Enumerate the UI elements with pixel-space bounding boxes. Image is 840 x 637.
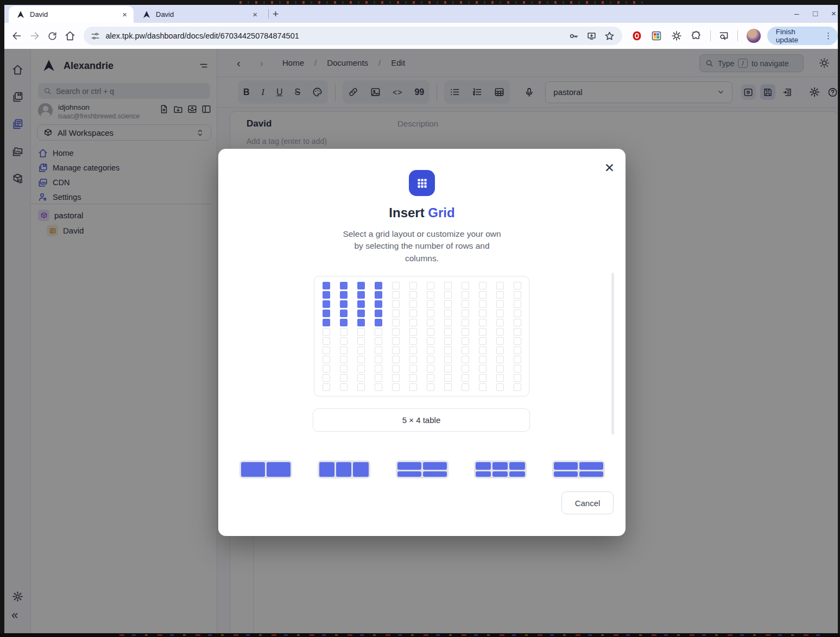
grid-cell[interactable] [375,356,382,363]
grid-cell[interactable] [462,282,469,289]
tab-close-icon[interactable]: × [252,10,257,19]
grid-cell[interactable] [409,337,417,345]
grid-cell[interactable] [409,374,417,382]
grid-cell[interactable] [357,282,365,289]
install-icon[interactable] [586,31,597,41]
grid-cell[interactable] [462,374,469,382]
grid-cell[interactable] [409,346,417,354]
grid-cell[interactable] [375,383,382,391]
grid-cell[interactable] [479,319,487,326]
grid-cell[interactable] [462,365,469,373]
grid-cell[interactable] [323,310,330,317]
grid-cell[interactable] [340,282,348,289]
grid-cell[interactable] [444,282,452,289]
grid-cell[interactable] [496,300,504,308]
grid-cell[interactable] [514,337,521,345]
grid-cell[interactable] [479,346,487,354]
grid-cell[interactable] [340,374,348,382]
grid-cell[interactable] [375,346,382,354]
grid-cell[interactable] [496,328,504,336]
profile-avatar[interactable] [747,29,761,43]
grid-cell[interactable] [444,383,452,391]
window-close-button[interactable]: × [831,9,836,18]
grid-cell[interactable] [375,319,382,326]
grid-cell[interactable] [323,319,330,326]
grid-cell[interactable] [340,365,348,373]
grid-cell[interactable] [392,328,400,336]
settings-extension-icon[interactable] [671,30,682,41]
grid-cell[interactable] [427,310,434,317]
grid-cell[interactable] [323,383,330,391]
grid-cell[interactable] [496,291,504,299]
url-bar[interactable]: alex.tpk.pw/dashboard/docs/edit/67034425… [84,27,622,45]
grid-cell[interactable] [427,346,434,354]
grid-cell[interactable] [340,346,348,354]
grid-cell[interactable] [427,328,434,336]
grid-cell[interactable] [357,383,365,391]
grid-cell[interactable] [479,310,487,317]
grid-cell[interactable] [357,328,365,336]
grid-cell[interactable] [462,383,469,391]
grid-cell[interactable] [323,365,330,373]
grid-cell[interactable] [392,310,400,317]
grid-cell[interactable] [444,365,452,373]
grid-cell[interactable] [375,374,382,382]
grid-cell[interactable] [409,291,417,299]
grid-cell[interactable] [340,310,348,317]
grid-cell[interactable] [514,383,521,391]
grid-cell[interactable] [357,300,365,308]
grid-cell[interactable] [357,374,365,382]
bookmark-star-icon[interactable] [604,31,615,41]
grid-cell[interactable] [323,300,330,308]
grid-cell[interactable] [340,383,348,391]
grid-cell[interactable] [392,319,400,326]
modal-scrollbar[interactable] [611,273,614,434]
grid-cell[interactable] [514,328,521,336]
grid-cell[interactable] [340,356,348,363]
grid-cell[interactable] [479,328,487,336]
grid-cell[interactable] [392,346,400,354]
grid-cell[interactable] [409,310,417,317]
grid-cell[interactable] [357,365,365,373]
grid-cell[interactable] [444,337,452,345]
grid-cell[interactable] [392,282,400,289]
grid-cell[interactable] [514,300,521,308]
grid-cell[interactable] [340,319,348,326]
grid-cell[interactable] [357,337,365,345]
grid-cell[interactable] [427,337,434,345]
grid-cell[interactable] [479,374,487,382]
grid-cell[interactable] [409,365,417,373]
finish-update-button[interactable]: Finish update ⋮ [767,27,838,45]
grid-cell[interactable] [392,383,400,391]
grid-cell[interactable] [514,346,521,354]
grid-cell[interactable] [496,346,504,354]
grid-size-picker[interactable] [323,282,529,391]
adblock-extension-icon[interactable] [631,30,642,41]
photos-extension-icon[interactable] [651,30,662,41]
grid-cell[interactable] [392,291,400,299]
grid-cell[interactable] [479,337,487,345]
grid-cell[interactable] [514,291,521,299]
grid-cell[interactable] [479,300,487,308]
grid-cell[interactable] [462,356,469,363]
grid-preset-2x3[interactable] [474,461,527,478]
grid-cell[interactable] [392,337,400,345]
grid-cell[interactable] [496,383,504,391]
grid-cell[interactable] [427,383,434,391]
grid-cell[interactable] [427,356,434,363]
grid-cell[interactable] [479,356,487,363]
grid-cell[interactable] [479,282,487,289]
extensions-puzzle-icon[interactable] [691,30,702,41]
grid-cell[interactable] [479,383,487,391]
grid-cell[interactable] [375,337,382,345]
grid-cell[interactable] [462,319,469,326]
grid-cell[interactable] [427,365,434,373]
grid-cell[interactable] [323,328,330,336]
grid-preset-2x2[interactable] [396,461,449,478]
grid-cell[interactable] [375,365,382,373]
browser-tab-active[interactable]: David × [9,6,134,23]
grid-cell[interactable] [514,365,521,373]
home-icon[interactable] [65,30,75,41]
grid-cell[interactable] [444,346,452,354]
grid-cell[interactable] [444,356,452,363]
